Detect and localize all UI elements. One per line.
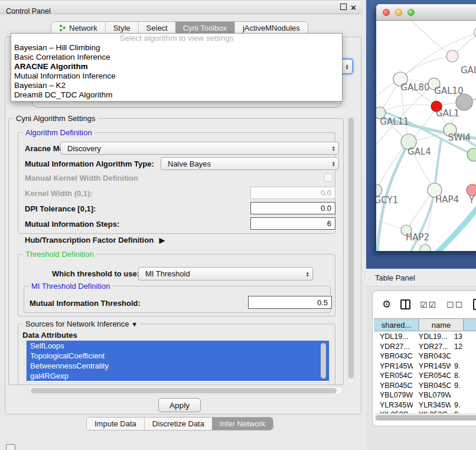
- algorithm-option[interactable]: Bayesian – K2: [11, 81, 342, 90]
- close-traffic-light-icon[interactable]: [383, 9, 390, 16]
- sources-toggle[interactable]: Sources for Network Inference ▼: [23, 319, 140, 328]
- zoom-traffic-light-icon[interactable]: [407, 9, 415, 16]
- network-edge: [412, 21, 452, 56]
- tab-label: Discretize Data: [152, 419, 204, 428]
- network-canvas[interactable]: GALGAL80GAL10GAL1GAL11SWI4GAL4GCY1HAP4YH…: [376, 21, 476, 251]
- network-node-label: GAL4: [407, 146, 431, 157]
- vertical-scrollbar-thumb[interactable]: [348, 118, 354, 379]
- settings-vertical-scrollbar[interactable]: [347, 116, 355, 384]
- table-row[interactable]: YLR345WYLR345W9.: [374, 400, 476, 410]
- horizontal-scrollbar-thumb[interactable]: [31, 388, 337, 393]
- control-panel-title: Control Panel: [6, 7, 51, 15]
- data-attributes-label: Data Attributes: [22, 331, 77, 340]
- algorithm-option[interactable]: Bayesian – Hill Climbing: [11, 43, 342, 53]
- table-cell: YER054C: [374, 371, 413, 380]
- table-row[interactable]: YDR27...YDR27...12: [374, 342, 476, 352]
- table-row[interactable]: YBR045CYBR045C9.: [374, 381, 476, 391]
- tab-label: Style: [113, 24, 131, 32]
- mi-steps-field[interactable]: 6: [250, 217, 335, 230]
- tab-discretize-data[interactable]: Discretize Data: [144, 418, 212, 430]
- attribute-list-item[interactable]: TopologicalCoefficient: [27, 351, 329, 361]
- table-cell: YDR27...: [413, 343, 451, 351]
- settings-horizontal-scrollbar[interactable]: [28, 386, 343, 394]
- algorithm-dropdown-popup: Select algorithm to view settings Bayesi…: [11, 33, 343, 102]
- table-row[interactable]: YBL079WYBL079W: [374, 390, 476, 400]
- network-node[interactable]: [376, 184, 382, 196]
- minimize-traffic-light-icon[interactable]: [395, 9, 402, 16]
- list-scrollbar-thumb[interactable]: [321, 343, 326, 379]
- tab-label: Infer Network: [220, 419, 265, 428]
- manual-kernel-label: Manual Kernel Width Definition: [25, 174, 138, 182]
- algorithm-option[interactable]: Dream8 DC_TDC Algorithm: [11, 90, 342, 100]
- which-threshold-combo[interactable]: MI Threshold ▲▼: [138, 267, 313, 281]
- algorithm-option[interactable]: Mutual Information Inference: [11, 71, 342, 81]
- mi-threshold-group-title: MI Threshold Definition: [29, 282, 112, 291]
- network-node[interactable]: [467, 148, 476, 161]
- table-cell: YBR043C: [374, 352, 413, 360]
- deselect-all-checks-icon[interactable]: ☐☐: [446, 300, 464, 309]
- table-cell: YPR145W: [374, 362, 413, 370]
- close-window-icon[interactable]: ×: [351, 2, 356, 12]
- column-header-3[interactable]: A: [464, 319, 476, 331]
- tab-network[interactable]: Network: [51, 22, 105, 34]
- dpi-tolerance-field[interactable]: 0.0: [250, 202, 335, 214]
- mi-type-label: Mutual Information Algorithm Type:: [25, 159, 154, 168]
- table-cell: 8.: [451, 371, 476, 380]
- algorithm-option[interactable]: ARACNE Algorithm: [11, 62, 342, 71]
- table-row[interactable]: YDL19...YDL19...13: [374, 332, 476, 342]
- table-row[interactable]: YPR145WYPR145W9.: [374, 361, 476, 371]
- table-row[interactable]: YER054CYER054C8.: [374, 371, 476, 381]
- mi-type-combo[interactable]: Naive Bayes ▲▼: [161, 157, 339, 170]
- network-node[interactable]: [446, 50, 458, 62]
- network-edge-weighted: [435, 139, 441, 190]
- hub-definition-toggle[interactable]: Hub/Transcription Factor Definition ▶: [25, 236, 165, 244]
- attribute-list-item[interactable]: gal4RGexp: [27, 371, 329, 381]
- collapsed-panel-icon[interactable]: [6, 444, 15, 450]
- mi-threshold-field[interactable]: 0.5: [248, 296, 332, 309]
- dpi-tolerance-label: DPI Tolerance [0,1]:: [25, 204, 96, 213]
- table-scrollbar-thumb[interactable]: [376, 415, 476, 420]
- column-header-1[interactable]: shared...: [374, 319, 419, 331]
- tab-jactivemnodules[interactable]: jActiveMNodules: [234, 22, 308, 34]
- table-cell: 12: [451, 343, 476, 351]
- column-header-2[interactable]: name: [419, 319, 464, 331]
- select-all-checks-icon[interactable]: ☑☑: [420, 300, 437, 309]
- tab-infer-network[interactable]: Infer Network: [212, 418, 273, 430]
- tab-select[interactable]: Select: [138, 22, 175, 34]
- network-window[interactable]: GALGAL80GAL10GAL1GAL11SWI4GAL4GCY1HAP4YH…: [376, 4, 476, 251]
- network-node[interactable]: [467, 184, 476, 196]
- apply-button[interactable]: Apply: [158, 398, 201, 412]
- table-panel-title: Table Panel: [375, 273, 415, 282]
- table-cell: YDR27...: [374, 343, 413, 351]
- attribute-list-item[interactable]: BetweennessCentrality: [27, 361, 329, 371]
- network-node-label: Y: [468, 195, 475, 206]
- application-root: Control Panel × NetworkStyleSelectCyni T…: [0, 0, 476, 450]
- table-cell: YBR043C: [413, 352, 451, 360]
- manual-kernel-checkbox[interactable]: [324, 174, 332, 182]
- table-settings-gear-icon[interactable]: ⚙: [382, 298, 391, 311]
- table-horizontal-scrollbar[interactable]: [374, 413, 476, 421]
- float-window-icon[interactable]: [340, 4, 347, 10]
- sources-title: Sources for Network Inference: [25, 319, 129, 328]
- algorithm-option[interactable]: Basic Correlation Inference: [11, 53, 342, 62]
- network-window-titlebar[interactable]: [376, 4, 476, 21]
- network-node-label: HAP2: [406, 232, 429, 243]
- export-table-icon[interactable]: [473, 299, 476, 310]
- mi-steps-label: Mutual Information Steps:: [25, 220, 119, 229]
- data-attributes-list[interactable]: SelfLoopsTopologicalCoefficientBetweenne…: [26, 340, 330, 383]
- table-panel-region: Table Panel ⚙ ☑☑ ☐☐ shared...nameA YDL19…: [366, 269, 476, 450]
- attribute-list-item[interactable]: SelfLoops: [27, 341, 329, 351]
- tab-style[interactable]: Style: [105, 22, 138, 34]
- tab-label: Cyni Toolbox: [183, 24, 227, 32]
- table-cell: YER054C: [413, 371, 451, 380]
- network-node-label: GAL10: [434, 86, 463, 96]
- column-layout-icon[interactable]: [400, 299, 410, 309]
- table-row[interactable]: YBR043CYBR043C: [374, 351, 476, 361]
- combo-spinner-icon: ▲▼: [306, 271, 309, 277]
- network-node[interactable]: [420, 244, 431, 251]
- combo-spinner-icon: ▲▼: [332, 145, 335, 151]
- kernel-width-field[interactable]: 0.0: [250, 187, 335, 199]
- aracne-mode-combo[interactable]: Discovery ▲▼: [60, 142, 339, 155]
- tab-cyni-toolbox[interactable]: Cyni Toolbox: [175, 22, 234, 34]
- tab-impute-data[interactable]: Impute Data: [87, 418, 144, 430]
